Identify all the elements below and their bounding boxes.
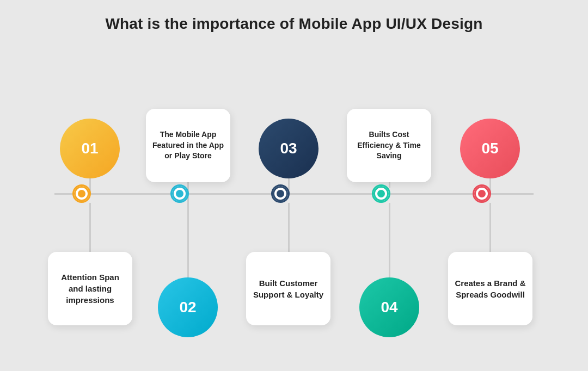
card-1-text: Attention Span and lasting impressions [54,271,126,306]
circle-3-label: 03 [280,140,297,157]
vline-4-bot [389,203,390,278]
dot-2 [170,184,189,203]
circle-3: 03 [259,119,318,178]
card-4-text: Builts Cost Efficiency & Time Saving [353,129,425,162]
card-3-text: Built Customer Support & Loyalty [253,277,324,300]
card-5: Creates a Brand & Spreads Goodwill [448,252,532,325]
diagram-area: 01 Attention Span and lasting impression… [0,38,588,364]
circle-2: 02 [158,277,218,337]
dot-1 [72,184,91,203]
horizontal-connector [54,193,534,195]
circle-4: 04 [359,277,419,337]
circle-5-label: 05 [481,140,498,157]
card-1: Attention Span and lasting impressions [48,252,132,325]
vline-3-bot [288,203,290,252]
vline-1-bot [89,203,91,252]
circle-4-label: 04 [381,299,397,316]
card-3: Built Customer Support & Loyalty [246,252,330,325]
card-2-text: The Mobile App Featured in the App or Pl… [152,129,224,162]
dot-5 [473,184,491,203]
card-5-text: Creates a Brand & Spreads Goodwill [455,277,526,300]
circle-1: 01 [60,119,120,178]
page-title: What is the importance of Mobile App UI/… [0,0,588,33]
circle-5: 05 [460,119,520,178]
circle-2-label: 02 [179,299,196,316]
vline-2-bot [187,203,189,278]
dot-4 [372,184,390,203]
vline-5-bot [489,203,491,252]
vline-4-card [389,182,390,188]
dot-3 [271,184,290,203]
card-4: Builts Cost Efficiency & Time Saving [347,109,431,182]
circle-1-label: 01 [81,140,98,157]
card-2: The Mobile App Featured in the App or Pl… [146,109,230,182]
